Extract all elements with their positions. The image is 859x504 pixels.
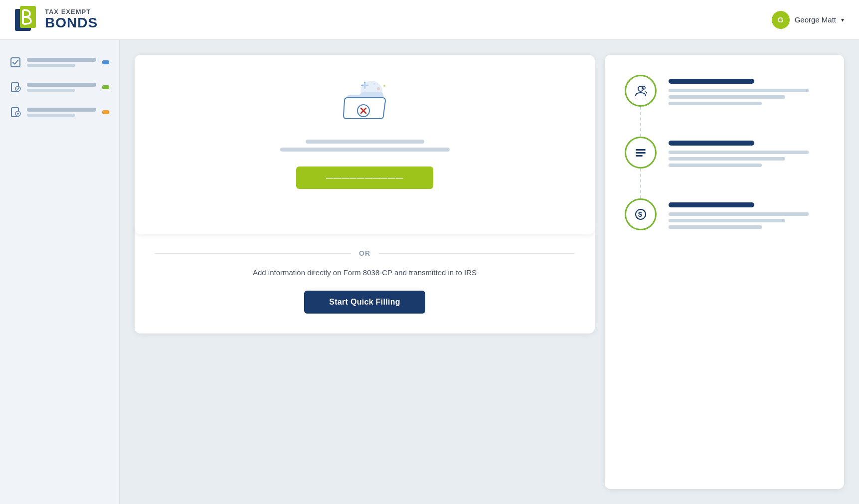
sidebar-text-3	[27, 108, 96, 117]
left-panel: —————————— OR Add information directly o…	[135, 55, 595, 489]
folder-icon-wrapper	[338, 80, 392, 125]
step-icon-2	[625, 137, 657, 168]
svg-rect-24	[636, 155, 643, 157]
sidebar-line-sub	[27, 64, 75, 67]
quick-fill-button[interactable]: Start Quick Filling	[304, 291, 425, 314]
upload-card: ——————————	[135, 55, 595, 234]
step-connector-2	[640, 168, 641, 198]
logo-text: TAX EXEMPT BONDS	[45, 8, 98, 31]
sidebar-badge-2	[102, 85, 109, 89]
step-desc-line-1	[669, 151, 809, 154]
checkbox-icon	[10, 57, 21, 68]
svg-text:$: $	[638, 210, 642, 218]
svg-rect-4	[11, 58, 20, 67]
step-content-2	[669, 137, 824, 167]
sidebar-line-sub	[27, 114, 75, 117]
step-title-2	[669, 141, 754, 146]
step-desc-line-2	[669, 157, 785, 161]
upload-line-2	[280, 148, 450, 152]
or-description: Add information directly on Form 8038-CP…	[155, 267, 575, 279]
step-icon-1	[625, 75, 657, 107]
user-menu[interactable]: G George Matt ▾	[772, 11, 844, 29]
content-area: —————————— OR Add information directly o…	[120, 40, 859, 504]
or-card: OR Add information directly on Form 8038…	[135, 224, 595, 334]
sidebar-item-1[interactable]	[0, 50, 119, 75]
sidebar-line-main	[27, 108, 96, 112]
step-desc-line-3	[669, 225, 762, 229]
upload-line-1	[306, 140, 424, 144]
folder-icon	[338, 80, 392, 125]
svg-point-13	[383, 85, 385, 87]
step-desc-line-3	[669, 164, 762, 167]
document-icon	[10, 82, 21, 93]
user-avatar: G	[772, 11, 790, 29]
sidebar-text-1	[27, 58, 96, 67]
sidebar-line-sub	[27, 89, 75, 92]
step-desc-3	[669, 212, 824, 229]
step-spacer-2	[625, 173, 824, 198]
step-item-1	[625, 75, 824, 107]
logo-area: TAX EXEMPT BONDS	[15, 6, 98, 34]
or-line-right	[378, 253, 575, 254]
step-title-3	[669, 202, 754, 207]
right-panel: $	[605, 55, 844, 489]
or-line-left	[155, 253, 351, 254]
svg-rect-23	[636, 152, 646, 154]
logo-icon	[15, 6, 39, 34]
step-title-1	[669, 79, 754, 84]
step-content-1	[669, 75, 824, 105]
sidebar-badge-1	[102, 60, 109, 64]
main-layout: —————————— OR Add information directly o…	[0, 40, 859, 504]
step-content-3	[669, 198, 824, 229]
step-desc-line-1	[669, 89, 809, 92]
step-item-3: $	[625, 198, 824, 230]
step-desc-line-1	[669, 212, 809, 216]
logo-bottom-text: BONDS	[45, 15, 98, 31]
sidebar-line-main	[27, 83, 96, 87]
step-item-2	[625, 137, 824, 168]
upload-button[interactable]: ——————————	[296, 167, 433, 189]
logo-top-text: TAX EXEMPT	[45, 8, 98, 15]
step-spacer-1	[625, 112, 824, 137]
document2-icon	[10, 107, 21, 118]
svg-rect-22	[636, 149, 646, 151]
app-header: TAX EXEMPT BONDS G George Matt ▾	[0, 0, 859, 40]
step-icon-3: $	[625, 198, 657, 230]
step-desc-line-3	[669, 102, 762, 105]
step-desc-1	[669, 89, 824, 105]
sidebar	[0, 40, 120, 504]
step-desc-line-2	[669, 95, 785, 99]
sidebar-line-main	[27, 58, 96, 62]
chevron-down-icon: ▾	[841, 16, 844, 23]
or-label: OR	[359, 249, 370, 257]
sidebar-item-2[interactable]	[0, 75, 119, 100]
step-desc-2	[669, 151, 824, 167]
upload-description-lines	[280, 140, 450, 152]
user-name: George Matt	[795, 15, 836, 24]
step-desc-line-2	[669, 219, 785, 222]
or-divider: OR	[155, 249, 575, 257]
step-connector-1	[640, 107, 641, 137]
sidebar-item-3[interactable]	[0, 100, 119, 125]
sidebar-text-2	[27, 83, 96, 92]
sidebar-badge-3	[102, 110, 109, 114]
